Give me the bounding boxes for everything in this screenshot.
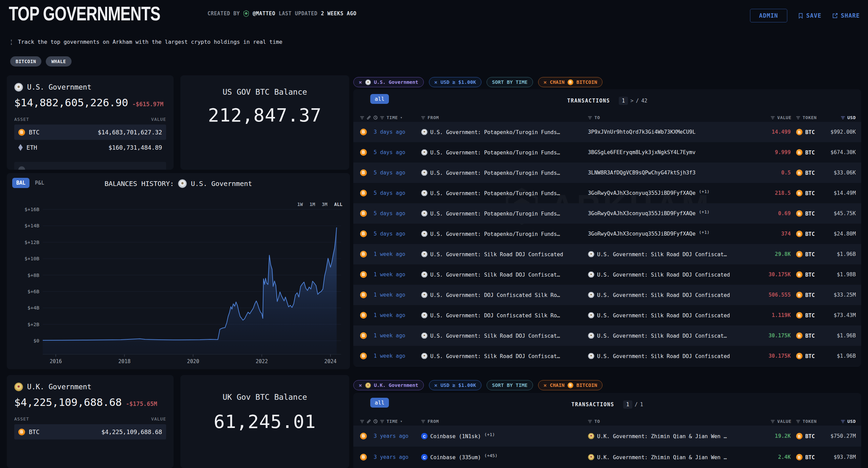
transaction-time-link[interactable]: 1 week ago xyxy=(374,251,421,257)
transaction-value: 9.999 xyxy=(723,149,791,155)
transaction-time-link[interactable]: 5 days ago xyxy=(374,170,421,176)
uk-transactions-panel: all TRANSACTIONS 1 / 1 TIME▾ FROM xyxy=(353,393,861,468)
close-icon[interactable]: × xyxy=(359,382,362,389)
transaction-time-link[interactable]: 3 years ago xyxy=(374,454,421,460)
bitcoin-icon xyxy=(796,190,803,196)
transaction-time-link[interactable]: 5 days ago xyxy=(374,210,421,217)
from-entity-link[interactable]: U.S. Government: Potapenko/Turogin Funds… xyxy=(421,170,585,176)
range-button-1w[interactable]: 1W xyxy=(297,202,303,207)
close-icon[interactable]: × xyxy=(544,382,547,389)
filter-pill[interactable]: SORT BY TIME xyxy=(487,77,533,87)
from-entity-link[interactable]: U.S. Government: Potapenko/Turogin Funds… xyxy=(421,190,585,196)
transaction-usd: $1.96B xyxy=(805,353,856,359)
filter-pill[interactable]: × CHAIN BITCOIN xyxy=(538,77,603,87)
from-entity-link[interactable]: U.S. Government: DOJ Confiscated Silk Ro… xyxy=(421,292,585,298)
transactions-title: TRANSACTIONS xyxy=(571,401,614,408)
column-header-time[interactable]: TIME▾ xyxy=(360,419,402,424)
asset-row[interactable]: BTC $14,683,701,627.32 xyxy=(14,125,166,140)
transaction-value: 218.5 xyxy=(723,190,791,196)
from-entity-link[interactable]: U.S. Government: Silk Road DOJ Confiscat… xyxy=(421,353,585,359)
tab-balance[interactable]: BAL xyxy=(12,178,29,188)
from-entity-link[interactable]: U.S. Government: Silk Road DOJ Confiscat… xyxy=(421,333,585,339)
page-current: 1 xyxy=(619,97,628,105)
entity-header[interactable]: U.S. Government xyxy=(14,83,166,92)
admin-button[interactable]: ADMIN xyxy=(750,9,787,22)
column-header-to[interactable]: TO xyxy=(588,115,600,120)
filter-pill[interactable]: × U.K. Government xyxy=(353,380,424,390)
tab-pnl[interactable]: P&L xyxy=(35,180,44,186)
asset-row[interactable]: ETH $160,731,484.89 xyxy=(14,140,166,155)
column-header-usd[interactable]: USD xyxy=(841,419,856,424)
filter-pill[interactable]: × USD ≥ $1.00K xyxy=(429,77,481,87)
from-entity-icon xyxy=(421,333,428,339)
column-header-value[interactable]: VALUE xyxy=(753,115,791,120)
transaction-time-link[interactable]: 1 week ago xyxy=(374,333,421,339)
filter-pill[interactable]: SORT BY TIME xyxy=(487,380,533,390)
transaction-usd: $1.96B xyxy=(805,333,856,339)
x-tick-label: 2016 xyxy=(50,358,62,364)
from-entity-link[interactable]: U.S. Government: Silk Road DOJ Confiscat… xyxy=(421,272,585,278)
entity-name: U.S. Government xyxy=(27,83,92,91)
from-entity-link[interactable]: U.S. Government: DOJ Confiscated Silk Ro… xyxy=(421,312,585,319)
sort-arrows-icon: ↑↓ xyxy=(10,39,13,45)
entity-header[interactable]: U.K. Government xyxy=(14,382,166,391)
filter-pill[interactable]: × CHAIN BITCOIN xyxy=(538,380,603,390)
asset-row[interactable]: BTC $4,225,109,688.68 xyxy=(14,424,166,439)
filter-pill[interactable]: × U.S. Government xyxy=(353,77,424,87)
transaction-time-link[interactable]: 5 days ago xyxy=(374,149,421,155)
bitcoin-icon xyxy=(360,312,367,319)
column-header-token[interactable]: TOKEN xyxy=(796,419,817,424)
bitcoin-icon xyxy=(360,149,367,156)
balance-card-value: 212,847.37 xyxy=(208,105,321,126)
next-page-button[interactable]: > xyxy=(630,98,633,104)
to-entity-label: U.S. Government: Silk Road DOJ Confiscat… xyxy=(597,353,730,359)
range-button-3m[interactable]: 3M xyxy=(322,202,327,207)
tag-pill[interactable]: BITCOIN xyxy=(10,56,41,67)
close-icon[interactable]: × xyxy=(434,79,438,86)
column-header-from[interactable]: FROM xyxy=(421,115,439,120)
save-button[interactable]: SAVE xyxy=(798,12,822,19)
asset-row[interactable] xyxy=(14,162,166,170)
value-change: -$615.97M xyxy=(132,101,163,108)
column-header-usd[interactable]: USD xyxy=(841,115,856,120)
tag-pill[interactable]: WHALE xyxy=(46,56,71,67)
from-entity-link[interactable]: Coinbase (1N1sk) (+1) xyxy=(421,433,585,439)
transaction-time-link[interactable]: 5 days ago xyxy=(374,190,421,196)
column-header-time[interactable]: TIME▾ xyxy=(360,115,402,120)
transaction-time-link[interactable]: 1 week ago xyxy=(374,312,421,318)
transaction-time-link[interactable]: 3 years ago xyxy=(374,433,421,439)
transaction-time-link[interactable]: 1 week ago xyxy=(374,353,421,359)
transaction-row: 5 days ago U.S. Government: Potapenko/Tu… xyxy=(353,142,861,163)
y-tick-label: $0 xyxy=(34,338,39,343)
from-entity-link[interactable]: U.S. Government: Potapenko/Turogin Funds… xyxy=(421,129,585,135)
to-entity-icon xyxy=(588,292,594,298)
from-entity-link[interactable]: U.S. Government: Silk Road DOJ Confiscat… xyxy=(421,251,585,258)
column-header-token[interactable]: TOKEN xyxy=(796,115,817,120)
range-button-all[interactable]: ALL xyxy=(334,202,342,207)
close-icon[interactable]: × xyxy=(434,382,438,389)
range-button-1m[interactable]: 1M xyxy=(310,202,315,207)
from-extra-count: (+1) xyxy=(484,433,495,437)
column-header-from[interactable]: FROM xyxy=(421,419,439,424)
from-entity-link[interactable]: Coinbase (335um) (+45) xyxy=(421,454,585,461)
close-icon[interactable]: × xyxy=(544,79,547,86)
filter-pill[interactable]: × USD ≥ $1.00K xyxy=(429,380,481,390)
transactions-rows: 3 years ago Coinbase (1N1sk) (+1) U.K. G… xyxy=(353,426,861,468)
transaction-time-link[interactable]: 3 days ago xyxy=(374,129,421,135)
balances-history-card: BAL P&L BALANCES HISTORY: U.S. Governmen… xyxy=(7,173,350,369)
transaction-time-link[interactable]: 5 days ago xyxy=(374,231,421,237)
column-header-value[interactable]: VALUE xyxy=(753,419,791,424)
from-entity-link[interactable]: U.S. Government: Potapenko/Turogin Funds… xyxy=(421,149,585,156)
transaction-row: 5 days ago U.S. Government: Potapenko/Tu… xyxy=(353,163,861,183)
transaction-row: 1 week ago U.S. Government: Silk Road DO… xyxy=(353,366,861,367)
author-link[interactable]: @MATTEO xyxy=(253,11,275,17)
close-icon[interactable]: × xyxy=(359,79,362,86)
transaction-time-link[interactable]: 1 week ago xyxy=(374,292,421,298)
from-entity-link[interactable]: U.S. Government: Potapenko/Turogin Funds… xyxy=(421,231,585,237)
us-filter-bar: × U.S. Government × USD ≥ $1.00K SORT BY… xyxy=(353,77,603,87)
from-entity-link[interactable]: U.S. Government: Potapenko/Turogin Funds… xyxy=(421,210,585,217)
share-button[interactable]: SHARE xyxy=(832,12,860,19)
filter-label: U.K. Government xyxy=(374,382,418,388)
transaction-time-link[interactable]: 1 week ago xyxy=(374,272,421,278)
column-header-to[interactable]: TO xyxy=(588,419,600,424)
